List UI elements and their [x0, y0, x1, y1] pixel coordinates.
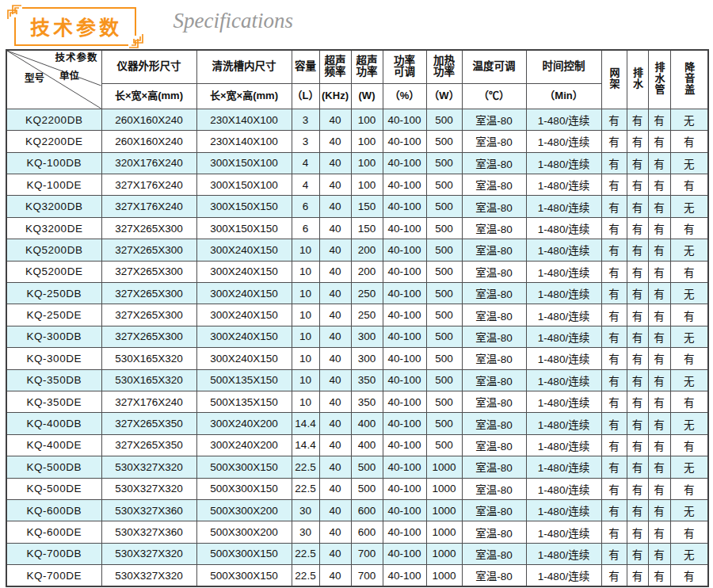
model-cell: KQ-250DB	[6, 283, 101, 304]
corner-header-cell: 技术参数 单位 型号	[6, 50, 101, 109]
spec-cell: 有	[601, 565, 627, 586]
spec-cell: 40-100	[383, 369, 426, 391]
spec-cell: 300	[351, 348, 383, 369]
spec-cell: 40-100	[383, 456, 426, 478]
col-subheader-time-control: （Min）	[526, 83, 601, 109]
spec-cell: 500	[426, 261, 462, 282]
spec-cell: 无	[670, 196, 708, 217]
model-cell: KQ-500DE	[6, 478, 101, 499]
spec-cell: 1-480/连续	[526, 131, 601, 152]
spec-cell: 500	[426, 326, 462, 347]
page-subtitle: Specifications	[173, 9, 292, 33]
col-header-rack: 网架	[601, 50, 627, 109]
spec-cell: 300X240X150	[196, 348, 292, 369]
spec-cell: 1-480/连续	[526, 369, 601, 391]
table-row: KQ-250DE327X265X300300X240X150104025040-…	[6, 304, 708, 326]
spec-cell: 有	[601, 152, 627, 174]
spec-cell: 500	[426, 369, 462, 391]
spec-cell: 40-100	[383, 521, 426, 543]
spec-cell: 530X165X320	[101, 369, 196, 391]
spec-cell: 40	[319, 261, 351, 282]
spec-cell: 400	[351, 413, 383, 434]
spec-cell: 3	[292, 131, 319, 152]
spec-cell: 室温-80	[462, 109, 526, 130]
spec-cell: 250	[351, 304, 383, 326]
spec-cell: 500X300X150	[196, 543, 292, 564]
spec-cell: 500	[426, 434, 462, 456]
spec-cell: 1000	[426, 456, 462, 478]
spec-cell: 40-100	[383, 391, 426, 412]
spec-cell: 有	[627, 413, 648, 434]
spec-cell: 40	[319, 413, 351, 434]
spec-cell: 有	[627, 521, 648, 543]
table-row: KQ5200DE327X265X300300X240X150104020040-…	[6, 261, 708, 282]
spec-cell: 有	[670, 174, 708, 196]
col-subheader-outer-size: 长×宽×高(mm)	[101, 83, 196, 109]
spec-cell: 室温-80	[462, 369, 526, 391]
spec-cell: 1-480/连续	[526, 152, 601, 174]
model-cell: KQ-300DE	[6, 348, 101, 369]
spec-cell: 1-480/连续	[526, 413, 601, 434]
col-header-power-adjust: 功率 可调	[383, 50, 426, 83]
spec-cell: 327X176X240	[101, 196, 196, 217]
spec-cell: 500	[351, 456, 383, 478]
spec-cell: 40	[319, 521, 351, 543]
spec-cell: 300X240X150	[196, 239, 292, 261]
spec-cell: 1-480/连续	[526, 391, 601, 412]
spec-cell: 有	[627, 326, 648, 347]
spec-cell: 530X327X360	[101, 521, 196, 543]
spec-cell: 有	[670, 521, 708, 543]
spec-cell: 300X240X150	[196, 304, 292, 326]
table-row: KQ-400DB327X265X350300X240X20014.4404004…	[6, 413, 708, 434]
spec-cell: 1-480/连续	[526, 478, 601, 499]
spec-cell: 327X265X350	[101, 434, 196, 456]
spec-cell: 500X300X150	[196, 478, 292, 499]
spec-cell: 250	[351, 283, 383, 304]
spec-cell: 有	[648, 239, 670, 261]
spec-cell: 有	[601, 369, 627, 391]
spec-cell: 40	[319, 478, 351, 499]
spec-cell: 10	[292, 369, 319, 391]
spec-cell: 327X265X300	[101, 326, 196, 347]
model-cell: KQ5200DB	[6, 239, 101, 261]
spec-cell: 260X160X240	[101, 131, 196, 152]
spec-cell: 1-480/连续	[526, 217, 601, 239]
spec-cell: 4	[292, 174, 319, 196]
spec-cell: 无	[670, 543, 708, 564]
spec-cell: 室温-80	[462, 196, 526, 217]
spec-cell: 500X135X150	[196, 369, 292, 391]
spec-cell: 14.4	[292, 434, 319, 456]
spec-cell: 有	[670, 217, 708, 239]
spec-cell: 室温-80	[462, 499, 526, 521]
spec-cell: 室温-80	[462, 326, 526, 347]
greek-key-corner-icon	[6, 2, 22, 17]
spec-cell: 有	[627, 283, 648, 304]
spec-cell: 有	[670, 434, 708, 456]
spec-cell: 500	[426, 283, 462, 304]
spec-cell: 无	[670, 326, 708, 347]
col-subheader-tank-size: 长×宽×高(mm)	[196, 83, 292, 109]
spec-cell: 室温-80	[462, 478, 526, 499]
spec-cell: 有	[648, 499, 670, 521]
spec-cell: 500X300X150	[196, 456, 292, 478]
spec-cell: 40-100	[383, 304, 426, 326]
spec-cell: 40-100	[383, 131, 426, 152]
spec-cell: 300X150X100	[196, 174, 292, 196]
spec-cell: 40	[319, 152, 351, 174]
spec-cell: 300X150X100	[196, 152, 292, 174]
spec-cell: 室温-80	[462, 543, 526, 564]
spec-cell: 22.5	[292, 456, 319, 478]
spec-cell: 350	[351, 369, 383, 391]
spec-cell: 700	[351, 543, 383, 564]
spec-cell: 230X140X100	[196, 109, 292, 130]
spec-cell: 40	[319, 131, 351, 152]
spec-cell: 300X150X150	[196, 217, 292, 239]
spec-cell: 6	[292, 217, 319, 239]
spec-cell: 室温-80	[462, 521, 526, 543]
spec-cell: 530X327X360	[101, 499, 196, 521]
table-row: KQ3200DE327X265X300300X150X15064015040-1…	[6, 217, 708, 239]
model-cell: KQ-300DB	[6, 326, 101, 347]
spec-cell: 40-100	[383, 283, 426, 304]
spec-cell: 有	[648, 348, 670, 369]
model-cell: KQ-500DB	[6, 456, 101, 478]
